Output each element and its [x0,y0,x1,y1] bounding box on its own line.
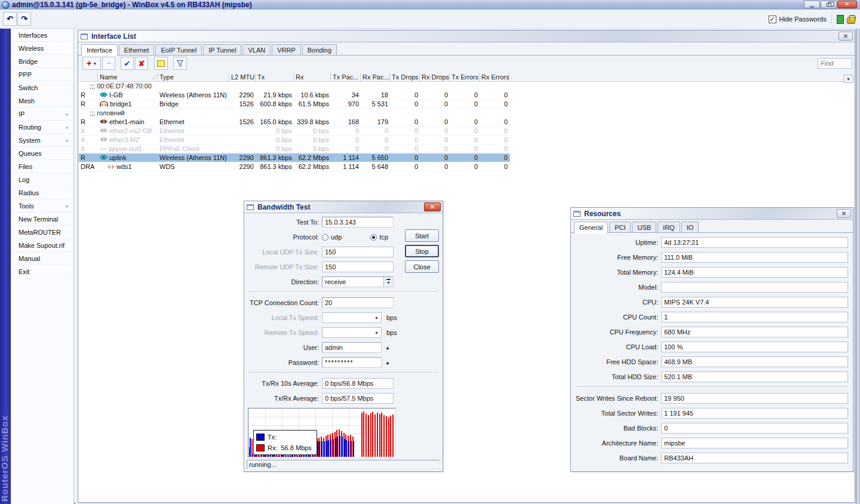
user-input[interactable]: admin [322,342,382,353]
resources-tab-general[interactable]: General [574,222,608,233]
sidebar-item-radius[interactable]: Radius [11,186,73,199]
sidebar-item-manual[interactable]: Manual [11,252,73,265]
stop-button[interactable]: Stop [405,245,439,257]
sidebar-item-mesh[interactable]: Mesh [11,94,73,107]
column-header-flags[interactable] [79,73,98,81]
interface-list-tab-eoip-tunnel[interactable]: EoIP Tunnel [155,44,202,56]
sidebar-item-wireless[interactable]: Wireless [11,42,73,55]
dropdown-icon[interactable]: ▼ [374,316,379,320]
minimize-button[interactable]: ▁ [804,1,820,8]
interface-list-titlebar[interactable]: Interface List ✕ [78,30,855,42]
sidebar-item-exit[interactable]: Exit [11,265,73,278]
sidebar-item-metarouter[interactable]: MetaROUTER [11,226,73,239]
table-row-bridge1[interactable]: Rbridge1Bridge1526600.8 kbps61.5 Mbps970… [79,100,510,109]
bandwidth-test-titlebar[interactable]: Bandwidth Test ✕ [244,201,443,213]
sidebar-item-bridge[interactable]: Bridge [11,55,73,68]
start-button[interactable]: Start [405,229,439,242]
cell: 600.8 kbps [256,100,294,109]
sidebar-item-ppp[interactable]: PPP [11,68,73,81]
redo-button[interactable]: ↷ [17,12,31,26]
restore-button[interactable] [821,1,837,8]
resources-tab-usb[interactable]: USB [632,222,656,233]
test-to-input[interactable]: 15.0.3.143 [322,217,394,228]
password-input[interactable]: ********* [322,357,382,368]
close-dialog-button[interactable]: Close [405,260,439,273]
column-select-dropdown[interactable]: ▼ [843,75,853,83]
local-tx-speed-input[interactable]: ▼ [322,312,382,323]
remote-udp-size-input[interactable]: 150 [322,262,394,272]
table-row-ether1-main[interactable]: Rether1-mainEthernet1526165.0 kbps339.8 … [79,118,510,127]
column-header-name[interactable]: Name∕ [98,73,158,81]
tcp-connection-count-input[interactable]: 20 [322,297,394,308]
resources-titlebar[interactable]: Resources ✕ [571,208,853,220]
cell: 0 [361,145,390,153]
sidebar-item-ip[interactable]: IP▸ [11,107,73,121]
filter-button[interactable] [173,57,187,70]
sidebar-item-system[interactable]: System▸ [11,134,73,147]
interface-list-tab-vlan[interactable]: VLAN [242,44,271,56]
interface-list-tab-ip-tunnel[interactable]: IP Tunnel [203,44,241,56]
resources-tab-pci[interactable]: PCI [609,222,631,233]
undo-button[interactable]: ↶ [3,12,17,26]
sidebar-item-tools[interactable]: Tools▸ [11,199,73,213]
bandwidth-test-close-button[interactable]: ✕ [424,202,441,211]
combo-dropdown-icon[interactable]: ▼ [383,277,393,287]
resources-tab-io[interactable]: IO [681,222,699,233]
close-button[interactable]: ✕ [837,1,857,8]
sidebar-item-queues[interactable]: Queues [11,147,73,160]
main-area: RouterOS WinBox InterfacesWirelessBridge… [0,29,860,504]
sidebar-item-files[interactable]: Files [11,160,73,173]
dropdown-icon[interactable]: ▼ [374,331,379,335]
remote-tx-speed-input[interactable]: ▼ [322,327,382,338]
table-comment-row[interactable]: ;;; головний [79,109,510,118]
column-header-rx-errors[interactable]: Rx Errors [480,73,509,81]
interface-list-tab-interface[interactable]: Interface [81,44,118,56]
arrow-up-icon[interactable]: ▲ [385,360,390,365]
column-header-tx-errors[interactable]: Tx Errors [450,73,480,81]
table-comment-row[interactable]: ;;; 00:0E:D7:48:70:00 [79,82,510,91]
sidebar-item-interfaces[interactable]: Interfaces [11,29,73,42]
resources-close-button[interactable]: ✕ [837,209,851,218]
interface-list-tab-bonding[interactable]: Bonding [302,44,337,56]
column-header-rx-pac[interactable]: Rx Pac... [361,73,390,81]
sidebar-item-log[interactable]: Log [11,173,73,186]
table-row-i-gb[interactable]: RI-GBWireless (Atheros 11N)229021.9 kbps… [79,91,510,100]
resource-field-sector-writes-since-reboot: Sector Writes Since Reboot:19 950 [575,393,849,404]
remove-interface-button[interactable]: − [102,57,115,70]
wireless-icon [100,154,108,162]
direction-select[interactable]: receive ▼ [322,276,394,287]
cell: 0 bps [294,127,331,136]
local-udp-size-input[interactable]: 150 [322,247,394,257]
column-header-l2-mtu[interactable]: L2 MTU [229,73,256,81]
add-interface-button[interactable]: + ▼ [82,57,101,70]
arrow-up-icon[interactable]: ▲ [385,345,390,351]
mdi-workspace: Interface List ✕ InterfaceEthernetEoIP T… [76,29,856,504]
column-header-tx-pac[interactable]: Tx Pac... [331,73,361,81]
table-row-ether2-ns2-gb[interactable]: Xether2-ns2 GBEthernet0 bps0 bps000000 [79,127,510,136]
resources-tab-irq[interactable]: IRQ [658,222,680,233]
column-header-rx-drops[interactable]: Rx Drops [420,73,450,81]
sidebar-item-switch[interactable]: Switch [11,81,73,94]
table-row-pppoe-out1[interactable]: Xpppoe-out1PPPoE Client0 bps0 bps000000 [79,145,510,153]
sidebar-item-make-supout-rif[interactable]: Make Supout.rif [11,239,73,252]
column-header-type[interactable]: Type [158,73,229,81]
table-row-ether3-mz[interactable]: Xether3-MZEthernet0 bps0 bps000000 [79,136,510,145]
find-input[interactable] [818,58,852,69]
hide-passwords-checkbox[interactable]: ✓ [769,16,776,23]
comment-button[interactable] [154,57,168,70]
table-row-wds1[interactable]: DRAwds1WDS2290861.3 kbps62.2 Mbps1 1145 … [79,162,510,171]
column-header-tx[interactable]: Tx [256,73,294,81]
sidebar-item-new-terminal[interactable]: New Terminal [11,213,73,226]
table-row-uplink[interactable]: RuplinkWireless (Atheros 11N)2290861.3 k… [79,153,510,162]
column-header-rx[interactable]: Rx [294,73,331,81]
protocol-tcp-radio[interactable] [370,234,377,241]
enable-button[interactable]: ✔ [121,57,134,70]
disable-button[interactable]: ✘ [135,57,148,70]
field-value: MIPS 24K V7.4 [661,297,848,308]
column-header-tx-drops[interactable]: Tx Drops [390,73,420,81]
interface-list-tab-ethernet[interactable]: Ethernet [119,44,155,56]
interface-list-close-button[interactable]: ✕ [838,32,853,41]
sidebar-item-routing[interactable]: Routing▸ [11,121,73,134]
interface-list-tab-vrrp[interactable]: VRRP [272,44,301,56]
protocol-udp-radio[interactable] [322,234,328,241]
